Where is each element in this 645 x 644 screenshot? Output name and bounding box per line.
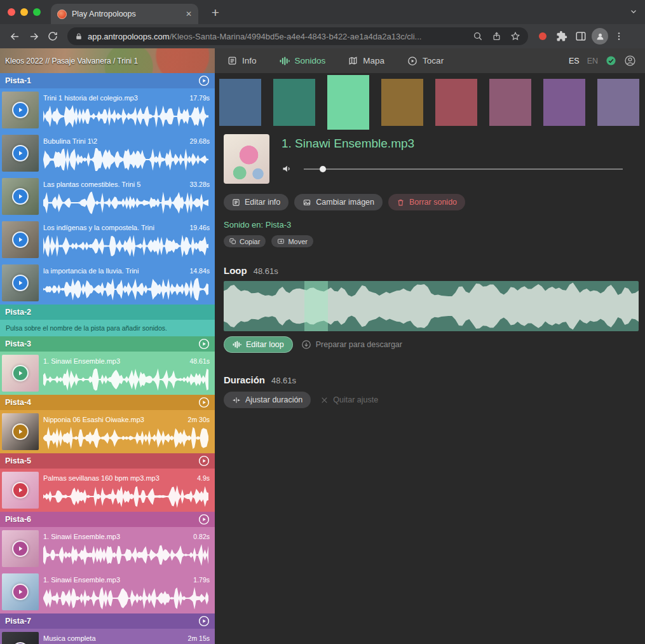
sound-item-pista-1-4[interactable]: Los indígenas y la compostela. Trini19.4… xyxy=(0,218,215,261)
sound-item-pista-3-1[interactable]: 1. Sinawi Ensemble.mp348.61s xyxy=(0,352,215,395)
browser-tab[interactable]: Play Antropoloops ✕ xyxy=(51,4,198,24)
track-header-pista-4[interactable]: Pista-4 xyxy=(0,395,215,410)
play-icon[interactable] xyxy=(12,145,29,161)
sound-thumbnail[interactable] xyxy=(2,135,39,172)
extensions-puzzle-icon[interactable] xyxy=(552,27,571,46)
move-button[interactable]: Mover xyxy=(271,235,313,247)
track-play-button[interactable] xyxy=(198,455,210,467)
volume-slider[interactable] xyxy=(304,168,623,170)
sound-thumbnail[interactable] xyxy=(2,413,39,450)
address-bar[interactable]: app.antropoloops.com/Kleos-Santa-Marina/… xyxy=(67,27,528,45)
reload-icon[interactable] xyxy=(43,27,62,46)
play-icon[interactable] xyxy=(12,540,29,557)
track-link[interactable]: Pista-3 xyxy=(266,220,291,230)
play-icon[interactable] xyxy=(12,231,29,248)
track-header-pista-1[interactable]: Pista-1 xyxy=(0,73,215,88)
sound-thumbnail[interactable] xyxy=(2,221,39,258)
browser-menu-icon[interactable] xyxy=(609,27,628,46)
sound-thumbnail[interactable] xyxy=(2,632,39,644)
track-swatch-8[interactable] xyxy=(597,79,639,126)
volume-handle[interactable] xyxy=(320,166,326,172)
track-swatch-6[interactable] xyxy=(489,79,531,126)
tab-tocar[interactable]: Tocar xyxy=(407,56,444,66)
new-tab-button[interactable]: + xyxy=(207,4,224,21)
track-swatch-5[interactable] xyxy=(435,79,477,126)
track-header-pista-5[interactable]: Pista-5 xyxy=(0,453,215,469)
track-play-button[interactable] xyxy=(198,514,210,525)
tab-close-icon[interactable]: ✕ xyxy=(182,10,192,18)
play-icon[interactable] xyxy=(12,275,29,291)
track-play-button[interactable] xyxy=(198,397,210,408)
lang-en-button[interactable]: EN xyxy=(587,57,598,65)
play-icon[interactable] xyxy=(12,188,29,205)
sound-image[interactable] xyxy=(224,134,269,184)
sound-thumbnail[interactable] xyxy=(2,573,39,610)
prepare-download-button[interactable]: Preparar para descargar xyxy=(301,339,402,350)
track-play-button[interactable] xyxy=(198,75,210,86)
adjust-duration-button[interactable]: Ajustar duración xyxy=(224,392,311,408)
tab-search-chevron-icon[interactable] xyxy=(630,8,637,15)
sound-item-pista-1-3[interactable]: Las plantas comestibles. Trini 533.28s xyxy=(0,175,215,218)
sound-item-pista-1-5[interactable]: la importancia de la lluvia. Trini14.84s xyxy=(0,261,215,305)
track-swatch-2[interactable] xyxy=(273,79,315,126)
loop-region[interactable] xyxy=(304,281,328,331)
sound-thumbnail[interactable] xyxy=(2,530,39,567)
sound-thumbnail[interactable] xyxy=(2,355,39,392)
loop-waveform[interactable] xyxy=(224,281,639,331)
recording-extension-icon[interactable] xyxy=(533,27,552,46)
sound-thumbnail[interactable] xyxy=(2,472,39,509)
share-icon[interactable] xyxy=(492,31,501,41)
track-swatch-4[interactable] xyxy=(381,79,423,126)
duration-label: Duración xyxy=(224,374,265,385)
edit-loop-button[interactable]: Editar loop xyxy=(224,336,293,353)
play-icon[interactable] xyxy=(12,365,29,381)
sound-item-pista-7-1[interactable]: Musica completa2m 15s xyxy=(0,629,215,644)
sound-thumbnail[interactable] xyxy=(2,264,39,301)
track-swatch-3[interactable] xyxy=(327,75,369,130)
sound-waveform xyxy=(43,105,208,128)
sound-thumbnail[interactable] xyxy=(2,92,39,128)
copy-button[interactable]: Copiar xyxy=(224,235,266,247)
sound-item-pista-4-1[interactable]: Nipponia 06 Esashi Oiwake.mp32m 30s xyxy=(0,410,215,453)
sync-check-icon[interactable] xyxy=(606,55,616,66)
track-header-pista-7[interactable]: Pista-7 xyxy=(0,613,215,629)
play-icon[interactable] xyxy=(12,102,29,118)
side-panel-icon[interactable] xyxy=(571,27,590,46)
sound-item-pista-5-1[interactable]: Palmas sevillanas 160 bpm mp3.mp34.9s xyxy=(0,469,215,512)
fullscreen-window-button[interactable] xyxy=(33,8,41,16)
sound-thumbnail[interactable] xyxy=(2,178,39,215)
track-swatch-1[interactable] xyxy=(219,79,261,126)
play-icon[interactable] xyxy=(12,423,29,440)
track-play-button[interactable] xyxy=(198,338,210,350)
sound-title: Bubulina Trini 1\2 xyxy=(43,137,169,145)
tab-sonidos[interactable]: Sonidos xyxy=(280,56,326,65)
bookmark-star-icon[interactable] xyxy=(510,31,520,41)
zoom-icon[interactable] xyxy=(473,31,483,41)
sound-item-pista-6-1[interactable]: 1. Sinawi Ensemble.mp30.82s xyxy=(0,527,215,570)
profile-avatar[interactable] xyxy=(590,27,609,46)
sound-item-pista-1-2[interactable]: Bubulina Trini 1\229.68s xyxy=(0,132,215,175)
tab-info[interactable]: Info xyxy=(227,56,257,65)
track-header-pista-6[interactable]: Pista-6 xyxy=(0,512,215,527)
track-swatch-7[interactable] xyxy=(543,79,585,126)
forward-icon[interactable] xyxy=(24,27,43,46)
sound-item-pista-6-2[interactable]: 1. Sinawi Ensemble.mp31.79s xyxy=(0,570,215,613)
close-window-button[interactable] xyxy=(8,8,15,16)
delete-sound-button[interactable]: Borrar sonido xyxy=(388,194,465,210)
lang-es-button[interactable]: ES xyxy=(569,57,580,65)
edit-info-button[interactable]: Editar info xyxy=(224,194,289,210)
sound-item-pista-1-1[interactable]: Trini 1 historia del colegio.mp317.79s xyxy=(0,88,215,132)
track-name: Pista-5 xyxy=(5,456,31,465)
minimize-window-button[interactable] xyxy=(20,8,28,16)
tab-mapa[interactable]: Mapa xyxy=(348,56,384,65)
play-icon[interactable] xyxy=(12,482,29,498)
track-header-pista-2[interactable]: Pista-2 xyxy=(0,305,215,320)
remove-adjust-button[interactable]: Quitar ajuste xyxy=(320,395,378,404)
play-icon[interactable] xyxy=(12,584,29,600)
breadcrumb[interactable]: Kleos 2022 // Pasaje Valvanera / Trini 1 xyxy=(0,48,215,73)
account-person-icon[interactable] xyxy=(624,55,636,67)
change-image-button[interactable]: Cambiar imágen xyxy=(294,194,383,210)
track-header-pista-3[interactable]: Pista-3 xyxy=(0,336,215,352)
back-icon[interactable] xyxy=(5,27,24,46)
track-play-button[interactable] xyxy=(198,615,210,627)
